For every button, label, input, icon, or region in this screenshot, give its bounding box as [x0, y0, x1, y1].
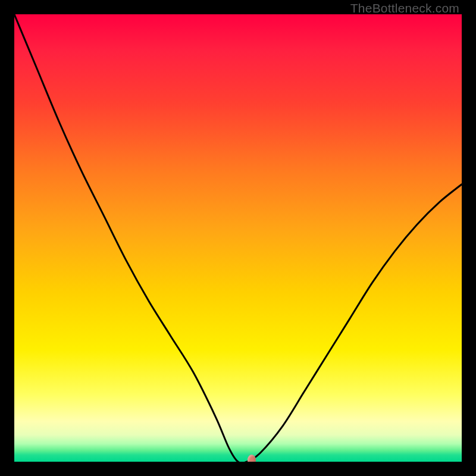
frame-bottom — [0, 462, 476, 476]
chart-container: TheBottleneck.com — [0, 0, 476, 476]
attribution-text: TheBottleneck.com — [350, 1, 459, 15]
optimal-point-marker — [248, 455, 256, 462]
plot-area — [14, 14, 462, 462]
frame-right — [462, 0, 476, 476]
bottleneck-curve — [14, 14, 462, 462]
frame-left — [0, 0, 14, 476]
